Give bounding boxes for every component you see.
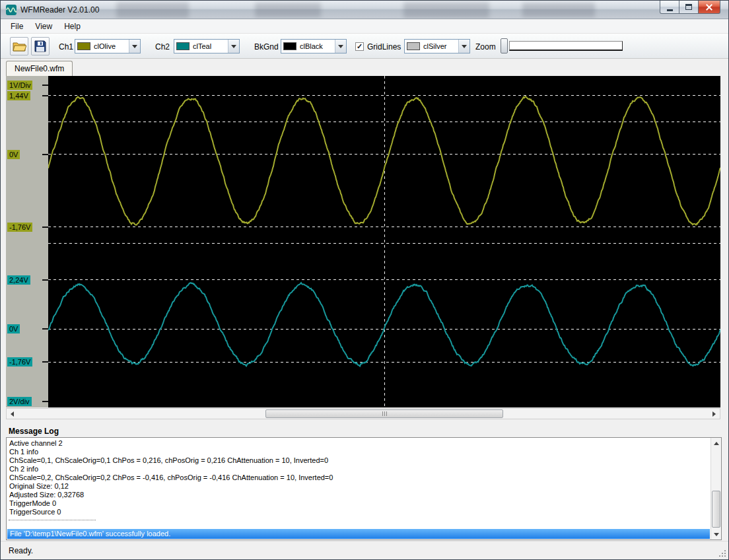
axis-tick	[42, 328, 48, 330]
gridlines-color-value: clSilver	[423, 42, 458, 50]
log-line[interactable]: TriggerSource 0	[7, 508, 710, 516]
tabbar: NewFile0.wfm	[1, 59, 728, 76]
bkgnd-color-value: clBlack	[300, 42, 335, 50]
scroll-right-button[interactable]	[709, 409, 720, 419]
menubar: FileViewHelp	[1, 20, 728, 34]
log-selected-line[interactable]: File 'D:\temp1\NewFile0.wfm' successfull…	[7, 529, 710, 539]
axis-label: 1V/Div	[7, 81, 32, 90]
glass-reflection	[255, 3, 321, 17]
message-log-list[interactable]: Active channel 2Ch 1 infoChScale=0,1, Ch…	[6, 437, 722, 540]
app-window: WFMReader V2.01.00 FileViewHelp Ch1	[0, 0, 729, 560]
horizontal-scrollbar-thumb[interactable]	[265, 409, 503, 418]
axis-tick	[42, 401, 48, 402]
scrollbar-grip-icon	[384, 411, 385, 416]
open-file-button[interactable]	[10, 37, 28, 55]
save-file-button[interactable]	[31, 37, 50, 55]
log-vertical-scrollbar[interactable]	[711, 438, 721, 540]
log-focus-row[interactable]	[9, 520, 96, 520]
menu-item-file[interactable]: File	[5, 20, 29, 33]
glass-reflection	[116, 2, 189, 18]
zoom-label: Zoom	[475, 42, 496, 52]
ch1-color-select[interactable]: clOlive	[75, 39, 141, 53]
menu-item-help[interactable]: Help	[58, 20, 87, 33]
ch1-label: Ch1	[59, 42, 73, 52]
gridlines-combo-arrow-button[interactable]	[458, 40, 469, 53]
gridlines-label: GridLines	[367, 42, 401, 52]
zoom-slider-track[interactable]	[509, 41, 623, 51]
log-scrollbar-thumb[interactable]	[712, 491, 720, 528]
scroll-left-button[interactable]	[7, 409, 18, 419]
bkgnd-combo-arrow-button[interactable]	[335, 40, 346, 53]
zoom-slider-thumb[interactable]	[501, 38, 508, 53]
log-line[interactable]: ChScale=0,1, ChScaleOrig=0,1 ChPos = 0,2…	[7, 456, 710, 465]
gridlines-checkbox[interactable]	[355, 42, 364, 51]
axis-label: 2,24V	[7, 275, 30, 285]
log-line[interactable]: Adjusted Size: 0,32768	[7, 491, 710, 499]
log-line[interactable]: ChScale=0,2, ChScaleOrig=0,2 ChPos = -0,…	[7, 473, 710, 482]
log-lines: Active channel 2Ch 1 infoChScale=0,1, Ch…	[7, 439, 710, 516]
arrow-right-icon	[712, 411, 716, 417]
gridlines-color-swatch	[407, 42, 420, 50]
log-line[interactable]: Original Size: 0,12	[7, 482, 710, 491]
waveform-canvas[interactable]	[48, 76, 720, 407]
toolbar: Ch1 clOlive Ch2 clTeal BkGnd clBlack Gri…	[1, 34, 728, 59]
ch1-color-swatch	[77, 42, 90, 50]
axis-label: -1,76V	[7, 357, 32, 367]
ch2-label: Ch2	[155, 42, 170, 52]
close-icon	[705, 3, 713, 11]
chevron-down-icon	[231, 45, 236, 48]
minimize-button[interactable]	[660, 1, 679, 14]
axis-tick	[42, 227, 48, 228]
axis-label: -1,76V	[7, 223, 32, 232]
ch2-color-swatch	[176, 42, 190, 50]
bkgnd-label: BkGnd	[254, 42, 279, 52]
glass-reflection	[522, 3, 595, 17]
ch2-color-value: clTeal	[193, 42, 228, 50]
ch1-combo-arrow-button[interactable]	[129, 40, 140, 53]
axis-tick	[42, 361, 48, 363]
menu-item-view[interactable]: View	[29, 20, 58, 33]
axis-strip: 1V/Div1,44V0V-1,76V2,24V0V-1,76V2V/div	[6, 76, 48, 407]
ch2-combo-arrow-button[interactable]	[228, 40, 239, 53]
caption-buttons	[660, 1, 720, 14]
waveform-panel: 1V/Div1,44V0V-1,76V2,24V0V-1,76V2V/div	[6, 76, 720, 407]
axis-tick	[42, 154, 48, 155]
message-log-title: Message Log	[9, 427, 59, 436]
arrow-up-icon	[714, 442, 719, 445]
bkgnd-color-swatch	[283, 42, 296, 50]
axis-label: 1,44V	[7, 91, 30, 100]
glass-reflection	[403, 2, 489, 18]
axis-tick	[42, 279, 48, 281]
close-button[interactable]	[698, 1, 720, 14]
chevron-down-icon	[462, 45, 467, 48]
app-icon	[6, 5, 17, 15]
ch2-color-select[interactable]: clTeal	[174, 39, 240, 53]
axis-label: 0V	[7, 324, 20, 333]
axis-label: 0V	[7, 150, 20, 159]
ch1-color-value: clOlive	[94, 42, 129, 50]
chevron-down-icon	[338, 45, 343, 48]
titlebar[interactable]: WFMReader V2.01.00	[1, 1, 728, 19]
log-scroll-up-button[interactable]	[711, 438, 721, 448]
minimize-icon	[667, 9, 673, 11]
axis-tick	[42, 95, 48, 96]
log-line[interactable]: TriggerMode 0	[7, 499, 710, 508]
tab-newfile0[interactable]: NewFile0.wfm	[6, 61, 73, 76]
open-folder-icon	[13, 40, 26, 52]
status-text: Ready.	[9, 546, 33, 555]
statusbar: Ready.	[1, 541, 728, 559]
chevron-down-icon	[132, 45, 137, 48]
horizontal-scrollbar[interactable]	[6, 408, 720, 419]
maximize-button[interactable]	[679, 1, 699, 14]
log-line[interactable]: Active channel 2	[7, 439, 710, 448]
arrow-down-icon	[714, 533, 719, 536]
bkgnd-color-select[interactable]: clBlack	[281, 39, 347, 53]
axis-tick	[42, 85, 48, 86]
maximize-icon	[685, 4, 692, 10]
log-line[interactable]: Ch 1 info	[7, 448, 710, 456]
log-scroll-down-button[interactable]	[711, 529, 721, 540]
axis-label: 2V/div	[7, 397, 32, 406]
resize-grip[interactable]	[718, 549, 726, 557]
log-line[interactable]: Ch 2 info	[7, 465, 710, 473]
gridlines-color-select[interactable]: clSilver	[404, 39, 470, 53]
